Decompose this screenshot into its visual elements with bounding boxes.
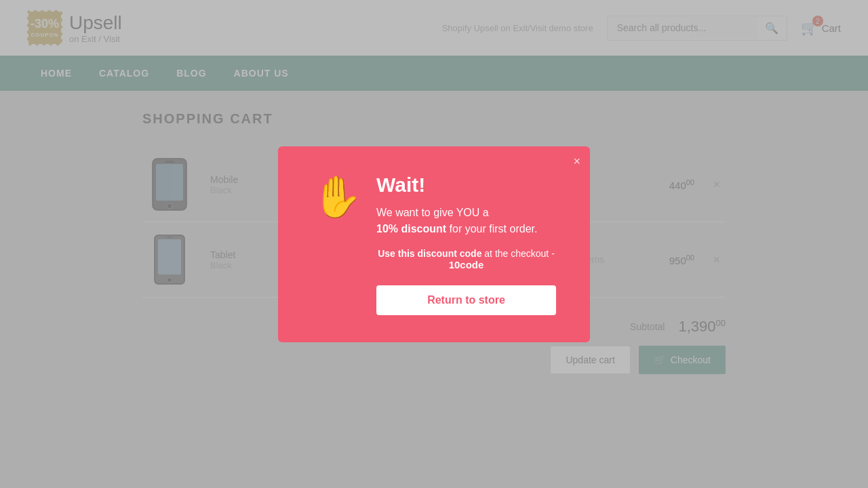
modal-desc: We want to give YOU a 10% discount for y… bbox=[376, 205, 556, 237]
hand-icon: ✋ bbox=[312, 177, 363, 218]
modal-body: ✋ Wait! We want to give YOU a 10% discou… bbox=[312, 174, 556, 315]
modal: × ✋ Wait! We want to give YOU a 10% disc… bbox=[278, 146, 590, 342]
modal-close-button[interactable]: × bbox=[573, 155, 580, 169]
modal-content: Wait! We want to give YOU a 10% discount… bbox=[376, 174, 556, 315]
modal-overlay: × ✋ Wait! We want to give YOU a 10% disc… bbox=[0, 0, 868, 422]
return-to-store-button[interactable]: Return to store bbox=[376, 285, 556, 315]
modal-code-line: Use this discount code at the checkout -… bbox=[376, 248, 556, 270]
modal-title: Wait! bbox=[376, 174, 556, 197]
